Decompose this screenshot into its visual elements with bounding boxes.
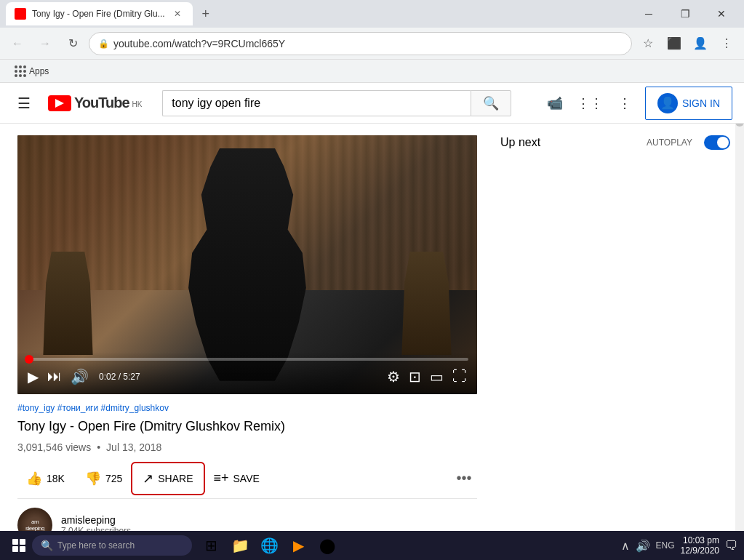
autoplay-toggle: AUTOPLAY — [647, 135, 730, 150]
extensions-button[interactable]: ⋮ — [715, 32, 738, 55]
video-controls: ▶ ⏭ 🔊 0:02 / 5:27 ⚙ ⊡ ▭ ⛶ — [17, 352, 477, 394]
more-actions-button[interactable]: ••• — [451, 465, 477, 492]
search-input[interactable] — [162, 90, 471, 116]
reload-button[interactable]: ↻ — [61, 32, 84, 55]
system-tray: ∧ 🔊 ENG — [621, 539, 675, 553]
autoplay-knob — [717, 137, 729, 148]
tray-expand-icon[interactable]: ∧ — [621, 539, 630, 553]
taskbar-apps: ⊞ 📁 🌐 ▶ ⬤ — [198, 532, 340, 559]
video-player[interactable]: ▶ ⏭ 🔊 0:02 / 5:27 ⚙ ⊡ ▭ ⛶ — [17, 135, 477, 394]
taskbar-explorer[interactable]: 📁 — [227, 532, 253, 559]
controls-row: ▶ ⏭ 🔊 0:02 / 5:27 ⚙ ⊡ ▭ ⛶ — [26, 367, 468, 387]
channel-avatar[interactable]: amsleeping — [17, 508, 52, 531]
taskbar-clock[interactable]: 10:03 pm 12/9/2020 — [681, 535, 719, 556]
play-button[interactable]: ▶ — [26, 367, 40, 387]
apps-bookmark[interactable]: Apps — [9, 63, 55, 80]
miniplayer-button[interactable]: ⊡ — [407, 367, 423, 387]
taskbar-edge[interactable]: 🌐 — [256, 532, 282, 559]
share-button[interactable]: ↗ SHARE — [134, 465, 201, 492]
window-controls: ─ ❐ ✕ — [632, 2, 738, 25]
clock-time: 10:03 pm — [681, 535, 719, 545]
grid-apps-button[interactable]: ⋮⋮ — [575, 89, 604, 118]
taskbar: 🔍 Type here to search ⊞ 📁 🌐 ▶ ⬤ ∧ 🔊 ENG … — [0, 531, 744, 560]
autoplay-label: AUTOPLAY — [647, 137, 692, 148]
address-bar[interactable]: 🔒 youtube.com/watch?v=9RCUmcl665Y — [89, 32, 632, 55]
channel-details: amisleeping 7.04K subscribers — [61, 514, 131, 531]
channel-name[interactable]: amisleeping — [61, 514, 131, 526]
more-options-button[interactable]: ⋮ — [610, 89, 639, 118]
channel-subscribers: 7.04K subscribers — [61, 526, 131, 531]
scrollbar-track — [735, 83, 744, 531]
dislike-icon: 👎 — [85, 471, 101, 487]
tab-title: Tony Igy - Open Fire (Dmitry Glu... — [32, 9, 165, 19]
youtube-country-code: HK — [132, 100, 143, 108]
action-buttons: 👍 18K 👎 725 ↗ SHARE ≡+ SAVE ••• — [17, 459, 477, 499]
share-icon: ↗ — [143, 471, 153, 487]
cast-button[interactable]: ⬛ — [663, 32, 686, 55]
back-button[interactable]: ← — [6, 32, 29, 55]
tab-favicon-icon — [15, 8, 26, 20]
close-button[interactable]: ✕ — [705, 2, 738, 25]
video-title: Tony Igy - Open Fire (Dmitry Glushkov Re… — [17, 417, 477, 436]
right-controls: ⚙ ⊡ ▭ ⛶ — [385, 367, 468, 387]
upload-date: Jul 13, 2018 — [106, 441, 161, 453]
progress-bar[interactable] — [26, 358, 468, 361]
up-next-header: Up next AUTOPLAY — [500, 135, 730, 150]
taskbar-search-icon: 🔍 — [41, 540, 53, 551]
video-meta: 3,091,546 views • Jul 13, 2018 — [17, 441, 477, 453]
youtube-logo-text: YouTube — [74, 95, 129, 111]
header-right-actions: 📹 ⋮⋮ ⋮ 👤 SIGN IN — [540, 87, 732, 120]
secure-icon: 🔒 — [98, 39, 109, 49]
video-camera-button[interactable]: 📹 — [540, 89, 569, 118]
menu-icon[interactable]: ☰ — [12, 89, 36, 118]
bookmark-star-button[interactable]: ☆ — [636, 32, 660, 55]
maximize-button[interactable]: ❐ — [668, 2, 702, 25]
youtube-logo-icon — [48, 95, 71, 111]
toolbar-icons: ☆ ⬛ 👤 ⋮ — [636, 32, 738, 55]
autoplay-switch[interactable] — [704, 135, 730, 150]
apps-label: Apps — [29, 66, 49, 76]
sign-in-avatar-icon: 👤 — [657, 93, 678, 113]
taskbar-right: ∧ 🔊 ENG 10:03 pm 12/9/2020 🗨 — [621, 535, 738, 556]
apps-grid-icon — [15, 65, 26, 77]
next-button[interactable]: ⏭ — [46, 367, 63, 386]
taskbar-chrome[interactable]: ⬤ — [314, 532, 340, 559]
tab-close-button[interactable]: ✕ — [171, 7, 184, 20]
youtube-logo[interactable]: YouTube HK — [48, 95, 142, 111]
taskbar-search-box[interactable]: 🔍 Type here to search — [32, 535, 192, 556]
dislike-count: 725 — [105, 473, 122, 484]
start-button[interactable] — [6, 532, 32, 559]
active-tab[interactable]: Tony Igy - Open Fire (Dmitry Glu... ✕ — [6, 2, 193, 25]
notification-icon[interactable]: 🗨 — [725, 538, 738, 553]
like-button[interactable]: 👍 18K — [17, 465, 73, 492]
save-label: SAVE — [233, 473, 260, 484]
youtube-header: ☰ YouTube HK 🔍 📹 ⋮⋮ ⋮ 👤 SIGN IN — [0, 83, 744, 124]
language-tray[interactable]: ENG — [656, 540, 675, 551]
youtube-sidebar: Up next AUTOPLAY — [495, 124, 742, 531]
settings-button[interactable]: ⚙ — [385, 367, 401, 387]
volume-tray-icon[interactable]: 🔊 — [636, 539, 650, 553]
taskbar-vlc[interactable]: ▶ — [285, 532, 311, 559]
profile-button[interactable]: 👤 — [689, 32, 712, 55]
taskbar-task-view[interactable]: ⊞ — [198, 532, 224, 559]
minimize-button[interactable]: ─ — [632, 2, 665, 25]
browser-toolbar: ← → ↻ 🔒 youtube.com/watch?v=9RCUmcl665Y … — [0, 28, 744, 60]
youtube-page: ☰ YouTube HK 🔍 📹 ⋮⋮ ⋮ 👤 SIGN IN — [0, 83, 744, 531]
up-next-label: Up next — [500, 136, 540, 149]
time-display: 0:02 / 5:27 — [99, 372, 140, 382]
fullscreen-button[interactable]: ⛶ — [451, 367, 468, 386]
channel-info: amsleeping amisleeping 7.04K subscribers — [17, 508, 477, 531]
meta-separator: • — [97, 441, 100, 453]
save-button[interactable]: ≡+ SAVE — [205, 465, 268, 492]
sign-in-button[interactable]: 👤 SIGN IN — [645, 87, 732, 120]
forward-button[interactable]: → — [33, 32, 57, 55]
new-tab-button[interactable]: + — [196, 4, 216, 24]
dislike-button[interactable]: 👎 725 — [76, 465, 131, 492]
video-hashtags[interactable]: #tony_igy #тони_иги #dmitry_glushkov — [17, 403, 477, 413]
theater-button[interactable]: ▭ — [428, 367, 445, 387]
search-button[interactable]: 🔍 — [471, 90, 511, 116]
volume-button[interactable]: 🔊 — [69, 367, 90, 387]
bookmarks-bar: Apps — [0, 60, 744, 83]
view-count: 3,091,546 views — [17, 441, 91, 453]
clock-date: 12/9/2020 — [681, 545, 719, 556]
